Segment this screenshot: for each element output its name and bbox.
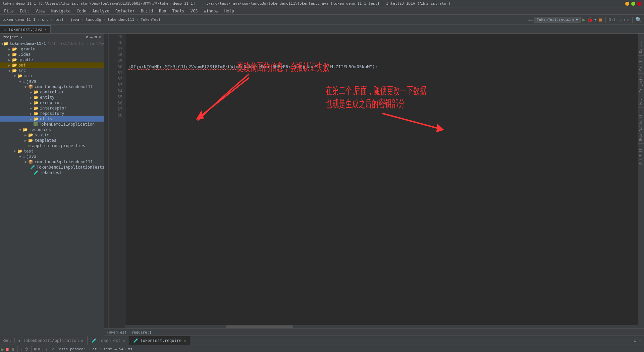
code-content[interactable]: r0IjoxNTQxMDczMTk3LCJ1c2VybmFtZSI6ImFkbW… bbox=[125, 34, 638, 328]
right-tab-database[interactable]: Database bbox=[638, 34, 644, 55]
right-tab-ant[interactable]: Ant Build bbox=[638, 143, 644, 167]
stop-run-icon[interactable]: ⏹ bbox=[5, 347, 9, 352]
debug-button[interactable]: 🐞 bbox=[587, 17, 593, 23]
tree-item-exception[interactable]: ▶ 📂 exception bbox=[0, 100, 104, 105]
tab-tokentest-java[interactable]: ☕ TokenTest.java ✕ bbox=[0, 25, 51, 33]
tree-item-java-test[interactable]: ▼ ☕ java bbox=[0, 154, 104, 159]
breadcrumb-tokentest[interactable]: TokenTest bbox=[141, 17, 161, 22]
sync-icon[interactable]: ⚙ bbox=[86, 35, 89, 39]
minimize-button[interactable] bbox=[625, 2, 629, 6]
tree-item-templates[interactable]: ▶ 📂 templates bbox=[0, 138, 104, 143]
code-line-46 bbox=[128, 40, 635, 46]
settings-icon[interactable]: ⊞ bbox=[95, 35, 97, 39]
scroll-down-icon[interactable]: ↓ bbox=[42, 347, 44, 352]
tree-item-entity[interactable]: ▶ 📂 entity bbox=[0, 95, 104, 100]
close-button[interactable] bbox=[637, 2, 641, 6]
tab-label: TokenTest.java bbox=[8, 27, 42, 32]
tree-item-interceptor[interactable]: ▶ 📂 interceptor bbox=[0, 105, 104, 111]
tree-item-gradle[interactable]: ▶ 📂 gradle bbox=[0, 57, 104, 62]
run-config-dropdown[interactable]: TokenTest.require ▼ bbox=[534, 17, 581, 23]
menu-vcs[interactable]: VCS bbox=[188, 8, 201, 14]
rerun-icon[interactable]: ▶ bbox=[1, 347, 4, 352]
git-update-button[interactable]: ↑ bbox=[624, 17, 626, 22]
tree-root[interactable]: ▼ 📁 token-demo-11-1 C:\Users\Administrat… bbox=[0, 41, 104, 46]
search-everywhere-button[interactable]: 🔍 bbox=[635, 16, 642, 23]
tree-item-controller[interactable]: ▶ 📂 controller bbox=[0, 89, 104, 95]
scrollbar-thumb[interactable] bbox=[226, 325, 293, 328]
run-tab-bar: Run: ▶ TokenDemo111Application ✕ 🧪 Token… bbox=[0, 336, 644, 345]
breadcrumb-tokentest[interactable]: TokenTest bbox=[107, 330, 127, 335]
main-layout: Project ▾ ⚙ – ⊞ ✕ ▼ 📁 token-demo-11-1 C:… bbox=[0, 34, 644, 336]
tree-item-utils[interactable]: ▶ 📂 utils bbox=[0, 116, 104, 122]
tree-item-out[interactable]: ▶ 📂 out bbox=[0, 62, 104, 68]
back-button[interactable]: ⟵ bbox=[529, 16, 532, 23]
tree-item-tokentest[interactable]: ▶ 🧪 TokenTest bbox=[0, 170, 104, 175]
right-tab-gradle[interactable]: Gradle bbox=[638, 55, 644, 73]
minimize-run-icon[interactable]: – bbox=[639, 338, 641, 343]
breadcrumb-require[interactable]: require() bbox=[131, 330, 152, 335]
tab-close-button[interactable]: ✕ bbox=[44, 28, 46, 31]
menu-navigate[interactable]: Navigate bbox=[49, 8, 73, 14]
run-tab-app-close[interactable]: ✕ bbox=[81, 338, 83, 343]
tree-label: TokenDemo111Application bbox=[39, 122, 95, 127]
tree-item-gradle-hidden[interactable]: ▶ 📂 .gradle bbox=[0, 46, 104, 52]
run-button[interactable]: ▶ bbox=[582, 16, 586, 23]
close-sidebar-icon[interactable]: ✕ bbox=[99, 35, 101, 39]
menu-build[interactable]: Build bbox=[138, 8, 156, 14]
collapse-all-icon[interactable]: ⊟ bbox=[38, 347, 40, 352]
run-tab-app[interactable]: ▶ TokenDemo111Application ✕ bbox=[15, 336, 88, 345]
scroll-up-icon[interactable]: ↑ bbox=[45, 347, 48, 352]
tree-item-app[interactable]: ▶ 🅰 TokenDemo111Application bbox=[0, 122, 104, 127]
tree-item-test[interactable]: ▼ 📂 test bbox=[0, 148, 104, 154]
tree-item-static[interactable]: ▶ 📂 static bbox=[0, 132, 104, 138]
menu-view[interactable]: View bbox=[33, 8, 48, 14]
breadcrumb-test[interactable]: test bbox=[55, 17, 64, 22]
menu-file[interactable]: File bbox=[1, 8, 16, 14]
menu-analyze[interactable]: Analyze bbox=[90, 8, 112, 14]
git-check-button[interactable]: ✓ bbox=[620, 17, 622, 22]
pause-icon[interactable]: ⏸ bbox=[11, 347, 15, 352]
stop-button[interactable]: ⏹ bbox=[598, 17, 603, 23]
tree-item-package-main[interactable]: ▼ 📦 com.lanou3g.tokendemo111 bbox=[0, 84, 104, 89]
menu-help[interactable]: Help bbox=[222, 8, 237, 14]
tree-item-src[interactable]: ▼ 📂 src bbox=[0, 68, 104, 73]
breadcrumb-java[interactable]: java bbox=[70, 17, 79, 22]
tree-item-repository[interactable]: ▶ 📂 repository bbox=[0, 111, 104, 116]
tree-item-resources[interactable]: ▼ 📂 resources bbox=[0, 127, 104, 132]
run-tab-test[interactable]: 🧪 TokenTest ✕ bbox=[88, 336, 129, 345]
tree-item-app-properties[interactable]: ▶ ⚙ application.properties bbox=[0, 143, 104, 148]
expand-all-icon[interactable]: ⊞ bbox=[34, 347, 37, 352]
code-line-48 bbox=[128, 52, 635, 58]
menu-code[interactable]: Code bbox=[74, 8, 89, 14]
right-tab-maven[interactable]: Maven Projects bbox=[638, 73, 644, 107]
run-tab-test-close[interactable]: ✕ bbox=[122, 338, 125, 343]
coverage-button[interactable]: ☂ bbox=[594, 17, 597, 23]
breadcrumb-lanou3g[interactable]: lanou3g bbox=[86, 17, 101, 22]
tree-item-java-main[interactable]: ▼ ☕ java bbox=[0, 79, 104, 84]
menu-window[interactable]: Window bbox=[201, 8, 221, 14]
horizontal-scrollbar[interactable] bbox=[125, 325, 638, 328]
git-revert-button[interactable]: ↺ bbox=[627, 17, 630, 22]
tree-label: exception bbox=[40, 100, 62, 105]
tree-item-main[interactable]: ▼ 📂 main bbox=[0, 73, 104, 79]
tree-item-apptests[interactable]: ▶ 🧪 TokenDemo111ApplicationTests bbox=[0, 165, 104, 170]
menu-tools[interactable]: Tools bbox=[170, 8, 187, 14]
code-area[interactable]: 45 46 47 48 49 50 51 52 53 54 55 56 57 5… bbox=[104, 34, 644, 328]
menu-refactor[interactable]: Refactor bbox=[113, 8, 138, 14]
breadcrumb-project[interactable]: token-demo-11-1 bbox=[2, 17, 35, 22]
tree-item-package-test[interactable]: ▼ 📦 com.lanou3g.tokendemo111 bbox=[0, 159, 104, 165]
settings-icon[interactable]: ⚙ bbox=[634, 338, 636, 343]
maximize-button[interactable] bbox=[631, 2, 635, 6]
window-controls[interactable] bbox=[625, 2, 641, 6]
breadcrumb-tokendemo111[interactable]: tokendemo111 bbox=[108, 17, 134, 22]
right-tab-bean[interactable]: Bean Validation bbox=[638, 107, 644, 143]
run-tab-require[interactable]: 🧪 TokenTest.require ✕ bbox=[129, 336, 190, 345]
tree-item-idea[interactable]: ▶ 📂 .idea bbox=[0, 52, 104, 57]
menu-run[interactable]: Run bbox=[156, 8, 169, 14]
sort-alpha-icon[interactable]: ↕ bbox=[20, 347, 23, 352]
collapse-icon[interactable]: – bbox=[90, 35, 93, 39]
menu-edit[interactable]: Edit bbox=[17, 8, 32, 14]
run-tab-require-close[interactable]: ✕ bbox=[183, 338, 186, 343]
breadcrumb-src[interactable]: src bbox=[42, 17, 49, 22]
sort-dur-icon[interactable]: ⏱ bbox=[24, 347, 29, 352]
